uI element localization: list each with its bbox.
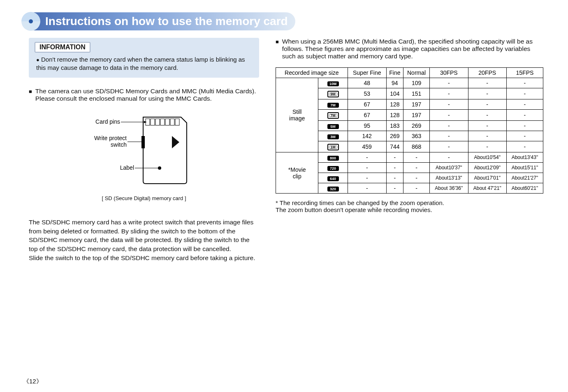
svg-rect-2: [155, 119, 160, 125]
movie-size-icon: 320: [327, 187, 339, 191]
svg-rect-5: [170, 119, 174, 125]
sd-diagram: Card pins Write protect switch Label [ S…: [29, 113, 259, 201]
diagram-caption: [ SD (Secure Digital) memory card ]: [102, 195, 186, 201]
movie-clip-label: *Movieclip: [276, 152, 318, 194]
size-icon: 7M: [327, 112, 339, 119]
table-cell: -: [506, 99, 543, 110]
left-column: INFORMATION ● Don't remove the memory ca…: [29, 38, 259, 262]
left-bullet-row: ■ The camera can use SD/SDHC Memory Card…: [29, 88, 259, 102]
diagram-pins-label: Card pins: [95, 118, 120, 125]
svg-rect-6: [175, 119, 179, 125]
table-cell: -: [430, 88, 468, 99]
table-cell: About15'11": [506, 163, 543, 173]
table-cell: 269: [403, 121, 430, 131]
table-cell: 269: [386, 131, 403, 141]
th-30fps: 30FPS: [430, 68, 468, 78]
table-cell: -: [386, 173, 403, 183]
table-cell: About10'37": [430, 163, 468, 173]
th-superfine: Super Fine: [348, 68, 386, 78]
table-cell: -: [468, 99, 506, 110]
table-cell: About12'09": [468, 163, 506, 173]
page-title: Instructions on how to use the memory ca…: [45, 15, 288, 28]
table-cell: -: [468, 121, 506, 131]
table-cell: -: [506, 78, 543, 88]
table-cell: 104: [386, 88, 403, 99]
svg-point-9: [142, 136, 144, 139]
right-bullet-text: When using a 256MB MMC (Multi Media Card…: [282, 38, 543, 60]
size-icon: 5M: [327, 124, 339, 129]
chevron-right-icon: 》: [36, 378, 42, 385]
table-cell: 459: [348, 141, 386, 152]
table-cell: 128: [386, 110, 403, 121]
table-cell: -: [468, 88, 506, 99]
table-cell: 363: [403, 131, 430, 141]
table-cell: -: [430, 121, 468, 131]
table-cell: -: [386, 163, 403, 173]
chevron-left-icon: 《: [23, 378, 29, 385]
th-normal: Normal: [403, 68, 430, 78]
table-cell: -: [506, 110, 543, 121]
diagram-wp-label-1: Write protect: [94, 135, 127, 141]
size-icon-cell: 5M: [318, 121, 348, 131]
left-paragraph: The SD/SDHC memory card has a write prot…: [29, 218, 259, 262]
table-cell: -: [403, 183, 430, 194]
bullet-icon: ■: [29, 88, 32, 96]
th-fine: Fine: [386, 68, 403, 78]
table-still-row: Stillimage10M4894109---: [276, 78, 543, 88]
svg-rect-1: [151, 119, 155, 125]
table-cell: -: [506, 131, 543, 141]
table-cell: 142: [348, 131, 386, 141]
movie-size-icon: 640: [327, 176, 339, 181]
size-icon: 3M: [327, 134, 339, 139]
table-cell: -: [403, 152, 430, 163]
table-cell: About13'43": [506, 152, 543, 163]
table-cell: 197: [403, 110, 430, 121]
table-cell: 94: [386, 78, 403, 88]
table-cell: -: [386, 183, 403, 194]
table-cell: -: [386, 152, 403, 163]
table-cell: 53: [348, 88, 386, 99]
size-icon-cell: 800: [318, 152, 348, 163]
table-cell: 67: [348, 99, 386, 110]
right-column: ■ When using a 256MB MMC (Multi Media Ca…: [276, 38, 543, 262]
table-cell: About17'01": [468, 173, 506, 183]
th-20fps: 20FPS: [468, 68, 506, 78]
svg-rect-4: [165, 119, 169, 125]
size-icon-cell: 9M: [318, 88, 348, 99]
table-cell: -: [430, 78, 468, 88]
table-cell: -: [468, 131, 506, 141]
page-number-value: 12: [29, 378, 36, 385]
table-cell: 868: [403, 141, 430, 152]
size-icon-cell: 640: [318, 173, 348, 183]
table-cell: 128: [386, 99, 403, 110]
size-icon-cell: 720: [318, 163, 348, 173]
size-icon-cell: 10M: [318, 78, 348, 88]
table-cell: About 36'36": [430, 183, 468, 194]
table-cell: -: [348, 152, 386, 163]
page-number: 《12》: [23, 378, 42, 385]
size-icon: 7M: [327, 103, 339, 108]
table-cell: -: [506, 141, 543, 152]
table-cell: About13'13": [430, 173, 468, 183]
left-bullet-text: The camera can use SD/SDHC Memory Cards …: [35, 88, 259, 102]
table-cell: -: [430, 99, 468, 110]
table-cell: 197: [403, 99, 430, 110]
diagram-label-label: Label: [120, 164, 134, 171]
table-cell: -: [430, 110, 468, 121]
table-cell: -: [430, 152, 468, 163]
size-icon: 1M: [327, 144, 339, 150]
size-icon: 10M: [327, 81, 339, 86]
table-cell: -: [430, 131, 468, 141]
table-cell: -: [403, 163, 430, 173]
table-cell: -: [506, 88, 543, 99]
table-cell: 183: [386, 121, 403, 131]
table-cell: 109: [403, 78, 430, 88]
table-cell: 151: [403, 88, 430, 99]
bullet-icon: ■: [276, 38, 279, 46]
table-cell: -: [348, 163, 386, 173]
table-cell: 744: [386, 141, 403, 152]
right-bullet-row: ■ When using a 256MB MMC (Multi Media Ca…: [276, 38, 543, 60]
svg-rect-3: [160, 119, 165, 125]
table-cell: About21'27": [506, 173, 543, 183]
page-title-bar: Instructions on how to use the memory ca…: [29, 12, 295, 30]
